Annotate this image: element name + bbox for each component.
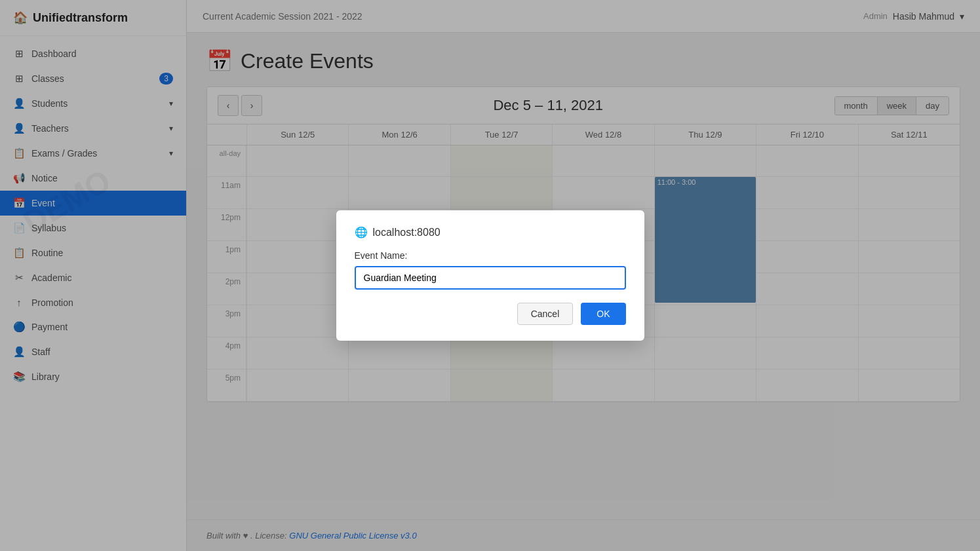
dialog-globe-icon: 🌐 [355,226,368,238]
dialog-field: Event Name: [355,250,626,290]
ok-button[interactable]: OK [581,303,625,325]
event-name-input[interactable] [355,266,626,290]
dialog: 🌐 localhost:8080 Event Name: Cancel OK [336,210,644,341]
cancel-button[interactable]: Cancel [517,303,574,325]
dialog-field-label: Event Name: [355,250,626,261]
dialog-title: 🌐 localhost:8080 [355,226,626,238]
dialog-overlay: 🌐 localhost:8080 Event Name: Cancel OK [0,0,980,551]
dialog-title-text: localhost:8080 [373,227,441,238]
dialog-actions: Cancel OK [355,303,626,325]
